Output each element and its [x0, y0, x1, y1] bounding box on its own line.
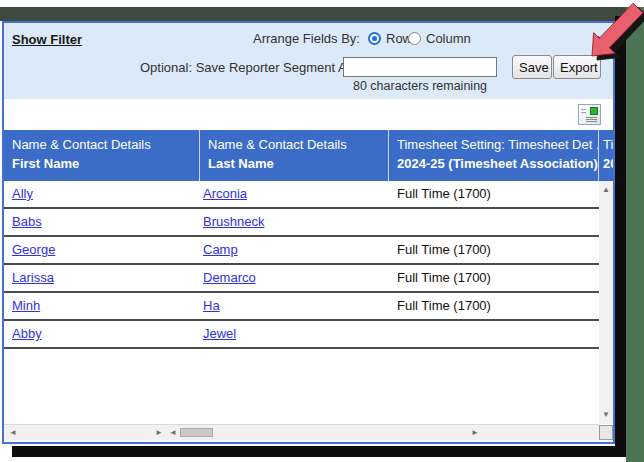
red-arrow-annotation — [586, 0, 644, 60]
screenshot-root: Show Filter Arrange Fields By: Row Colum… — [0, 0, 644, 462]
last-name-link[interactable]: Brushneck — [203, 214, 264, 229]
timesheet-value: Full Time (1700) — [397, 265, 491, 291]
vertical-scrollbar[interactable]: ▲ ▼ — [599, 181, 613, 424]
column-header-first-name[interactable]: Name & Contact Details First Name — [4, 130, 200, 181]
last-name-link[interactable]: Demarco — [203, 270, 256, 285]
timesheet-value: Full Time (1700) — [397, 181, 491, 207]
last-name-link[interactable]: Jewel — [203, 326, 236, 341]
last-name-link[interactable]: Camp — [203, 242, 238, 257]
radio-column[interactable] — [408, 32, 421, 45]
segment-name-input[interactable] — [343, 57, 497, 77]
scroll-up-icon[interactable]: ▲ — [599, 183, 613, 197]
scroll-right-icon[interactable]: ► — [152, 425, 166, 440]
report-icon-green-square — [590, 107, 598, 115]
scroll-left-icon[interactable]: ◄ — [166, 425, 180, 440]
save-button[interactable]: Save — [512, 55, 552, 79]
scroll-down-icon[interactable]: ▼ — [599, 408, 613, 422]
column-header-last-name[interactable]: Name & Contact Details Last Name — [200, 130, 389, 181]
backdrop-shadow-top — [0, 7, 644, 21]
table-row: Larissa Demarco Full Time (1700) — [4, 265, 599, 293]
column-header-timesheet[interactable]: Timesheet Setting: Timesheet Det ... 202… — [389, 130, 599, 181]
table-header: Name & Contact Details First Name Name &… — [4, 130, 613, 181]
characters-remaining-text: 80 characters remaining — [334, 79, 506, 93]
column-header-clipped[interactable]: Tir 20 — [599, 130, 613, 181]
first-name-link[interactable]: Abby — [12, 326, 42, 341]
first-name-link[interactable]: Minh — [12, 298, 40, 313]
table-row: Abby Jewel — [4, 321, 599, 349]
timesheet-value: Full Time (1700) — [397, 237, 491, 263]
export-report-icon[interactable] — [578, 104, 601, 125]
last-name-link[interactable]: Ha — [203, 298, 220, 313]
table-row: Ally Arconia Full Time (1700) — [4, 181, 599, 209]
radio-column-label[interactable]: Column — [426, 31, 471, 46]
horizontal-scroll-thumb[interactable] — [180, 428, 213, 437]
last-name-link[interactable]: Arconia — [203, 186, 247, 201]
radio-row[interactable] — [368, 32, 381, 45]
first-name-link[interactable]: Larissa — [12, 270, 54, 285]
table-row: George Camp Full Time (1700) — [4, 237, 599, 265]
timesheet-value: Full Time (1700) — [397, 293, 491, 319]
filter-toolbar: Show Filter Arrange Fields By: Row Colum… — [4, 23, 613, 99]
show-filter-link[interactable]: Show Filter — [12, 32, 82, 47]
report-panel: Show Filter Arrange Fields By: Row Colum… — [2, 21, 615, 444]
horizontal-scrollbar[interactable]: ◄ ► ◄ ► — [4, 424, 599, 440]
table-row: Babs Brushneck — [4, 209, 599, 237]
panel-drop-shadow-bottom — [12, 446, 615, 457]
scroll-left-icon[interactable]: ◄ — [6, 425, 20, 440]
scrollbar-corner-gripper — [599, 425, 613, 440]
backdrop-green-strip — [626, 7, 644, 462]
first-name-link[interactable]: Ally — [12, 186, 33, 201]
scroll-right-icon[interactable]: ► — [468, 425, 482, 440]
first-name-link[interactable]: George — [12, 242, 55, 257]
table-row: Minh Ha Full Time (1700) — [4, 293, 599, 321]
save-segment-label: Optional: Save Reporter Segment As: — [140, 60, 357, 75]
panel-drop-shadow-right — [615, 16, 626, 457]
arrange-fields-label: Arrange Fields By: — [253, 31, 360, 46]
first-name-link[interactable]: Babs — [12, 214, 42, 229]
